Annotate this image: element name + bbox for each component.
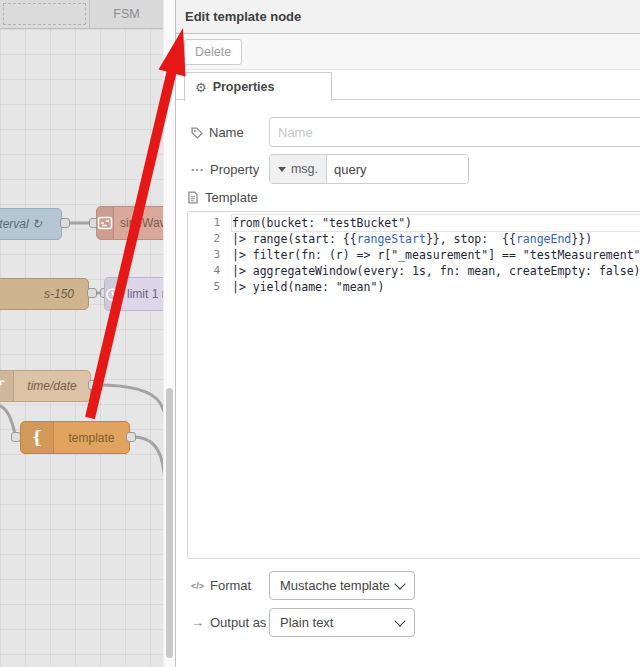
- tab-properties[interactable]: ⚙ Properties: [184, 72, 332, 101]
- dialog-tabbar: ⚙ Properties: [176, 70, 640, 100]
- property-label: ··· Property: [191, 162, 259, 177]
- tab-properties-label: Properties: [213, 80, 275, 94]
- code-icon: </>: [191, 581, 204, 591]
- code-text: from(bucket: "testBucket"): [232, 215, 640, 231]
- ellipsis-icon: ···: [191, 167, 204, 173]
- output-label: → Output as: [191, 615, 266, 630]
- waveform-icon: [97, 207, 114, 239]
- gear-icon: ⚙: [195, 80, 207, 95]
- tag-icon: [191, 127, 203, 139]
- dialog-toolbar: Delete: [176, 34, 640, 70]
- name-label: Name: [191, 125, 244, 140]
- node-interval[interactable]: interval ↻: [0, 208, 62, 240]
- property-input[interactable]: [327, 155, 468, 183]
- node-label: limit 1 ms: [121, 278, 163, 310]
- template-code-editor[interactable]: 1from(bucket: "testBucket")2|> range(sta…: [187, 211, 640, 559]
- template-label: Template: [187, 190, 258, 205]
- workspace-tab-partial[interactable]: [0, 0, 90, 28]
- msg-prefix: msg.: [291, 162, 318, 176]
- wires: [0, 29, 163, 667]
- line-number: 1: [188, 215, 232, 231]
- node-label: interval: [0, 217, 29, 231]
- file-code-icon: [187, 191, 199, 204]
- node-template[interactable]: { template: [20, 421, 130, 454]
- node-label: sineWave: [114, 207, 163, 239]
- repeat-icon: ↻: [32, 217, 42, 231]
- node-label: time/date: [14, 371, 90, 401]
- node-label: s-150: [0, 279, 88, 309]
- name-input[interactable]: [269, 117, 640, 147]
- code-lines: 1from(bucket: "testBucket")2|> range(sta…: [188, 215, 640, 295]
- chevron-down-icon: [394, 615, 405, 626]
- delete-button[interactable]: Delete: [184, 39, 242, 65]
- property-typedinput: msg.: [269, 154, 469, 184]
- tab-drag-outline: [3, 3, 86, 25]
- line-number: 2: [188, 231, 232, 247]
- code-line[interactable]: 1from(bucket: "testBucket"): [188, 215, 640, 231]
- flow-canvas[interactable]: interval ↻ sineWave s-150 limit 1 ms f t…: [0, 29, 163, 667]
- tab-label: FSM: [113, 7, 139, 21]
- node-label: template: [54, 422, 129, 453]
- format-value: Mustache template: [280, 578, 396, 593]
- output-value: Plain text: [280, 615, 396, 630]
- function-icon: f: [0, 371, 14, 401]
- port-out-template[interactable]: [126, 432, 136, 442]
- line-number: 3: [188, 247, 232, 263]
- code-text: |> range(start: {{rangeStart}}, stop: {{…: [232, 231, 640, 247]
- code-line[interactable]: 4|> aggregateWindow(every: 1s, fn: mean,…: [188, 263, 640, 279]
- output-select[interactable]: Plain text: [269, 608, 415, 637]
- port-out-interval[interactable]: [60, 218, 70, 228]
- line-number: 4: [188, 263, 232, 279]
- edit-template-dialog: Edit template node Delete ⚙ Properties N…: [175, 0, 640, 667]
- port-out-timedate[interactable]: [88, 380, 98, 390]
- flow-editor: FSM interval ↻ sineWave s-150: [0, 0, 163, 667]
- node-limit[interactable]: limit 1 ms: [104, 277, 163, 311]
- node-timedate[interactable]: f time/date: [0, 370, 91, 402]
- msg-type-dropdown[interactable]: msg.: [270, 155, 327, 183]
- mustache-brace-icon: {: [21, 422, 54, 453]
- port-out-s150[interactable]: [87, 288, 97, 298]
- dialog-title: Edit template node: [176, 9, 301, 24]
- code-text: |> yield(name: "mean"): [232, 279, 640, 295]
- workspace-tabbar: FSM: [0, 0, 163, 29]
- caret-down-icon: [278, 167, 286, 172]
- line-number: 5: [188, 279, 232, 295]
- node-s150[interactable]: s-150: [0, 278, 89, 310]
- format-label: </> Format: [191, 578, 251, 593]
- dialog-header: Edit template node: [176, 0, 640, 34]
- code-text: |> aggregateWindow(every: 1s, fn: mean, …: [232, 263, 640, 279]
- chevron-down-icon: [394, 578, 405, 589]
- node-sinewave[interactable]: sineWave: [96, 206, 163, 240]
- format-select[interactable]: Mustache template: [269, 571, 415, 600]
- code-text: |> filter(fn: (r) => r["_measurement"] =…: [232, 247, 640, 263]
- scrollbar-thumb[interactable]: [166, 388, 173, 658]
- code-line[interactable]: 3|> filter(fn: (r) => r["_measurement"] …: [188, 247, 640, 263]
- code-line[interactable]: 2|> range(start: {{rangeStart}}, stop: {…: [188, 231, 640, 247]
- arrow-right-icon: →: [191, 615, 204, 630]
- workspace-tab-fsm[interactable]: FSM: [90, 0, 163, 28]
- code-line[interactable]: 5|> yield(name: "mean"): [188, 279, 640, 295]
- clock-icon: [105, 278, 121, 310]
